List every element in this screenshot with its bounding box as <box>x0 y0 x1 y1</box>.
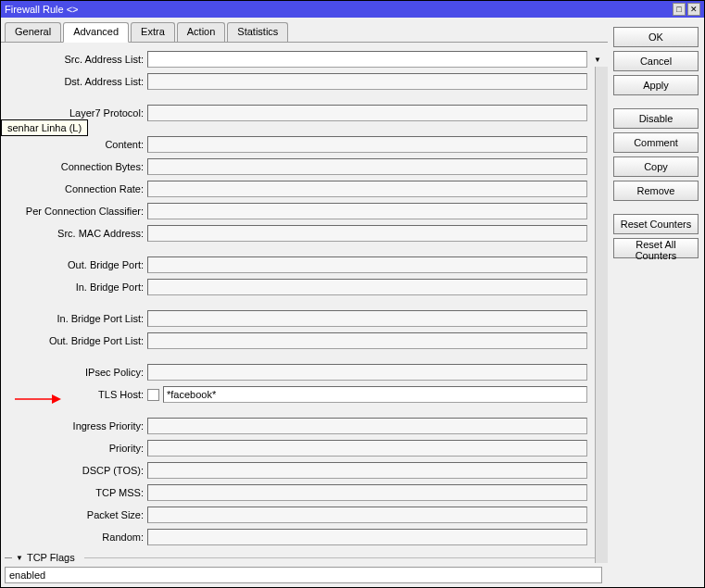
label-src-mac: Src. MAC Address: <box>5 228 144 239</box>
firewall-rule-window: Firewall Rule <> □ ✕ senhar Linha (L) Ge… <box>0 0 705 588</box>
label-in-bridge-list: In. Bridge Port List: <box>5 313 144 324</box>
row-ipsec-policy: IPsec Policy: ▼ <box>5 361 604 383</box>
tab-advanced[interactable]: Advanced <box>63 22 129 43</box>
label-packet-size: Packet Size: <box>5 509 144 520</box>
row-dscp: DSCP (TOS): ▼ <box>5 459 604 482</box>
input-per-conn-class[interactable] <box>147 203 587 219</box>
button-panel: OK Cancel Apply Disable Comment Copy Rem… <box>608 18 704 587</box>
remove-button[interactable]: Remove <box>613 181 699 201</box>
dropdown-icon[interactable]: ▼ <box>591 53 604 66</box>
minimize-button[interactable]: □ <box>673 3 686 16</box>
status-bar: enabled <box>5 567 602 583</box>
svg-marker-1 <box>52 394 61 404</box>
divider <box>84 557 604 558</box>
row-tcp-mss: TCP MSS: ▼ <box>5 482 604 504</box>
input-conn-rate[interactable] <box>147 181 587 197</box>
dash-icon <box>5 557 12 558</box>
row-per-conn-class: Per Connection Classifier: ▼ <box>5 200 604 222</box>
scrollbar[interactable] <box>595 67 608 563</box>
input-in-bridge-list[interactable] <box>147 310 587 327</box>
input-in-bridge[interactable] <box>147 279 587 295</box>
titlebar: Firewall Rule <> □ ✕ <box>1 1 704 18</box>
input-tcp-mss[interactable] <box>147 484 587 501</box>
section-tcp-flags[interactable]: ▼ TCP Flags <box>5 548 604 567</box>
disable-button[interactable]: Disable <box>613 108 699 129</box>
row-layer7: Layer7 Protocol: ▼ <box>5 102 604 124</box>
section-label: TCP Flags <box>27 552 75 563</box>
reset-all-counters-button[interactable]: Reset All Counters <box>613 238 699 258</box>
tab-statistics[interactable]: Statistics <box>227 22 288 43</box>
cancel-button[interactable]: Cancel <box>613 51 699 71</box>
label-conn-rate: Connection Rate: <box>5 183 144 194</box>
invert-checkbox[interactable] <box>147 389 159 401</box>
titlebar-buttons: □ ✕ <box>673 3 700 16</box>
window-title: Firewall Rule <> <box>5 4 78 15</box>
input-conn-bytes[interactable] <box>147 158 587 175</box>
chevron-down-icon: ▼ <box>16 554 23 562</box>
row-in-bridge-list: In. Bridge Port List: ▼ <box>5 307 604 330</box>
label-src-addr-list: Src. Address List: <box>5 54 144 65</box>
ok-button[interactable]: OK <box>613 27 699 47</box>
tab-action[interactable]: Action <box>177 22 226 43</box>
comment-button[interactable]: Comment <box>613 132 699 153</box>
input-out-bridge-list[interactable] <box>147 332 587 349</box>
annotation-arrow-icon <box>15 393 61 406</box>
copy-button[interactable]: Copy <box>613 156 699 177</box>
input-src-mac[interactable] <box>147 225 587 242</box>
row-conn-rate: Connection Rate: ▼ <box>5 178 604 200</box>
row-conn-bytes: Connection Bytes: ▼ <box>5 156 604 178</box>
tab-extra[interactable]: Extra <box>131 22 175 43</box>
row-tls-host: TLS Host: ▲ <box>5 383 604 406</box>
label-random: Random: <box>5 532 144 543</box>
input-tls-host[interactable] <box>163 386 587 403</box>
tab-bar: General Advanced Extra Action Statistics <box>1 21 608 42</box>
input-ingress-priority[interactable] <box>147 418 587 434</box>
input-packet-size[interactable] <box>147 507 587 523</box>
input-dscp[interactable] <box>147 462 587 479</box>
tab-content: Src. Address List: ▼ Dst. Address List: … <box>1 42 608 587</box>
input-layer7[interactable] <box>147 105 587 121</box>
row-src-mac: Src. MAC Address: ▼ <box>5 222 604 244</box>
row-out-bridge-list: Out. Bridge Port List: ▼ <box>5 330 604 352</box>
label-dscp: DSCP (TOS): <box>5 465 144 476</box>
label-in-bridge: In. Bridge Port: <box>5 281 144 293</box>
input-out-bridge[interactable] <box>147 256 587 273</box>
row-priority: Priority: ▼ <box>5 437 604 459</box>
label-priority: Priority: <box>5 443 144 454</box>
label-layer7: Layer7 Protocol: <box>5 107 144 119</box>
row-src-addr-list: Src. Address List: ▼ <box>5 48 604 70</box>
main-panel: General Advanced Extra Action Statistics… <box>1 18 608 587</box>
input-dst-addr-list[interactable] <box>147 73 587 90</box>
row-packet-size: Packet Size: ▼ <box>5 504 604 526</box>
label-tcp-mss: TCP MSS: <box>5 487 144 498</box>
label-conn-bytes: Connection Bytes: <box>5 161 144 172</box>
input-random[interactable] <box>147 529 587 545</box>
label-out-bridge-list: Out. Bridge Port List: <box>5 335 144 346</box>
content-area: General Advanced Extra Action Statistics… <box>1 18 704 587</box>
label-out-bridge: Out. Bridge Port: <box>5 259 144 270</box>
status-text: enabled <box>9 569 45 581</box>
tab-general[interactable]: General <box>5 22 61 43</box>
label-ingress-priority: Ingress Priority: <box>5 420 144 432</box>
label-per-conn-class: Per Connection Classifier: <box>5 206 144 217</box>
input-priority[interactable] <box>147 440 587 457</box>
label-ipsec-policy: IPsec Policy: <box>5 367 144 378</box>
label-dst-addr-list: Dst. Address List: <box>5 76 144 87</box>
form-rows: Src. Address List: ▼ Dst. Address List: … <box>5 48 604 585</box>
row-dst-addr-list: Dst. Address List: ▼ <box>5 70 604 93</box>
label-content: Content: <box>5 139 144 150</box>
close-button[interactable]: ✕ <box>687 3 700 16</box>
tooltip: senhar Linha (L) <box>1 119 88 136</box>
input-ipsec-policy[interactable] <box>147 364 587 381</box>
row-content: Content: ▼ <box>5 133 604 156</box>
apply-button[interactable]: Apply <box>613 75 699 95</box>
row-ingress-priority: Ingress Priority: ▼ <box>5 415 604 437</box>
row-in-bridge: In. Bridge Port: ▼ <box>5 276 604 298</box>
row-random: Random: ▼ <box>5 526 604 548</box>
reset-counters-button[interactable]: Reset Counters <box>613 214 699 234</box>
input-content[interactable] <box>147 136 587 153</box>
input-src-addr-list[interactable] <box>147 51 587 68</box>
row-out-bridge: Out. Bridge Port: ▼ <box>5 254 604 276</box>
